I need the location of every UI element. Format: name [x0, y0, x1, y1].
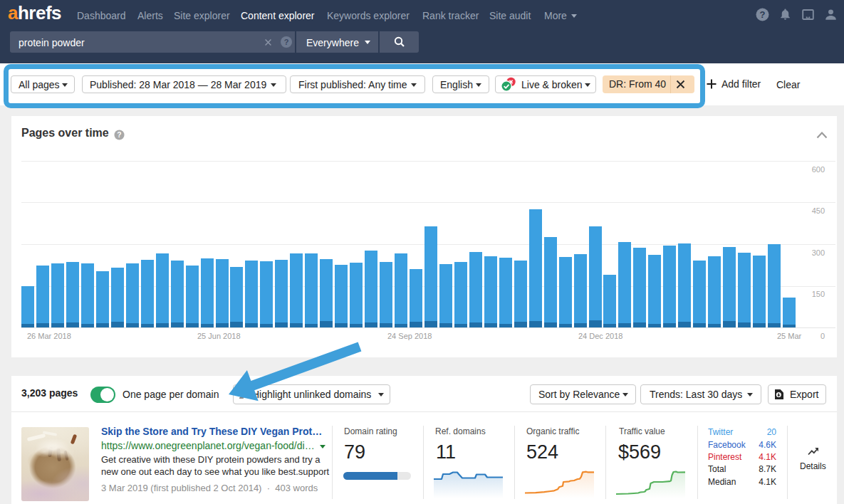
svg-text:?: ? — [760, 9, 766, 20]
svg-text:?: ? — [117, 131, 121, 139]
svg-text:?: ? — [284, 38, 289, 46]
